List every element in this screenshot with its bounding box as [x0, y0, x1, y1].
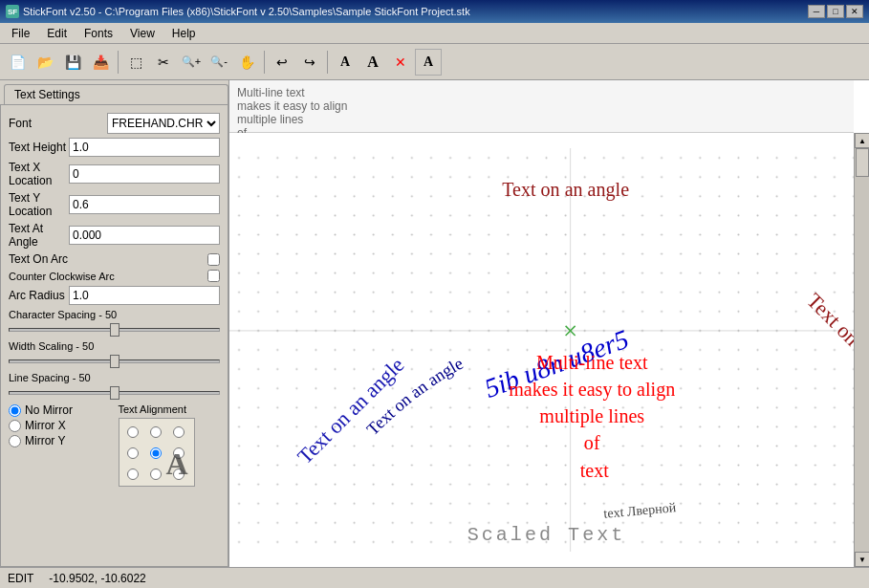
- window-controls: ─ □ ✕: [808, 5, 863, 18]
- zoom-in-button[interactable]: 🔍+: [178, 49, 205, 76]
- text-height-row: Text Height: [9, 138, 220, 157]
- align-tr-radio[interactable]: [173, 426, 185, 438]
- svg-rect-1: [229, 148, 854, 552]
- panel-content: Font FREEHAND.CHR Text Height Text X Loc…: [0, 104, 228, 567]
- text-angle-top: Text on an angle: [502, 179, 629, 201]
- vertical-scrollbar[interactable]: ▲ ▼: [854, 133, 869, 567]
- toolbar: 📄 📂 💾 📥 ⬚ ✂ 🔍+ 🔍- ✋ ↩ ↪ A A ✕ A: [0, 44, 869, 80]
- no-mirror-label: No Mirror: [25, 403, 73, 417]
- alignment-box: A: [119, 418, 195, 487]
- redo-button[interactable]: ↪: [296, 49, 323, 76]
- align-mc-radio[interactable]: [150, 447, 162, 459]
- scroll-up-button[interactable]: ▲: [855, 133, 869, 148]
- status-bar: EDIT -10.9502, -10.6022: [0, 567, 869, 588]
- scroll-thumb[interactable]: [856, 148, 869, 177]
- text-angle-label: Text At Angle: [9, 222, 69, 249]
- status-mode: EDIT: [8, 572, 33, 585]
- text-x-row: Text X Location: [9, 161, 220, 187]
- mirror-y-row: Mirror Y: [9, 434, 111, 447]
- menu-edit[interactable]: Edit: [39, 25, 75, 42]
- line-spacing-container: Line Spacing - 50: [9, 372, 220, 398]
- menu-help[interactable]: Help: [164, 25, 204, 42]
- char-spacing-label: Character Spacing - 50: [9, 309, 220, 320]
- align-ml-radio[interactable]: [127, 447, 139, 459]
- preview-line-1: Multi-line text: [237, 86, 846, 99]
- no-mirror-radio[interactable]: [9, 404, 21, 417]
- arc-radius-row: Arc Radius: [9, 286, 220, 305]
- arc-radius-input[interactable]: [69, 286, 220, 305]
- scroll-down-button[interactable]: ▼: [855, 552, 869, 567]
- font-select[interactable]: FREEHAND.CHR: [107, 113, 220, 134]
- select-button[interactable]: ⬚: [122, 49, 149, 76]
- font-row: Font FREEHAND.CHR: [9, 113, 220, 134]
- menu-file[interactable]: File: [4, 25, 37, 42]
- menu-view[interactable]: View: [122, 25, 163, 42]
- canvas-viewport[interactable]: Text on an angle Text on an angle Text o…: [229, 133, 854, 567]
- mirror-y-radio[interactable]: [9, 435, 21, 447]
- main-layout: Text Settings Font FREEHAND.CHR Text Hei…: [0, 80, 869, 567]
- text-box-button[interactable]: A: [415, 49, 442, 76]
- scaled-text: Scaled Text: [467, 524, 626, 546]
- delete-text-button[interactable]: ✕: [387, 49, 414, 76]
- text-large-button[interactable]: A: [359, 49, 386, 76]
- alignment-letter: A: [165, 446, 187, 482]
- text-on-arc-label: Text On Arc: [9, 252, 114, 266]
- undo-button[interactable]: ↩: [269, 49, 295, 76]
- text-y-input[interactable]: [69, 195, 220, 214]
- line-spacing-slider[interactable]: [9, 391, 220, 395]
- zoom-out-button[interactable]: 🔍-: [206, 49, 232, 76]
- title-bar: SF StickFont v2.50 - C:\Program Files (x…: [0, 0, 869, 23]
- minimize-button[interactable]: ─: [808, 5, 825, 18]
- text-normal-button[interactable]: A: [332, 49, 358, 76]
- alignment-label: Text Alignment: [119, 403, 221, 415]
- align-bc-radio[interactable]: [150, 468, 162, 480]
- text-y-label: Text Y Location: [9, 191, 69, 218]
- char-spacing-slider[interactable]: [9, 328, 220, 332]
- menu-bar: File Edit Fonts View Help: [0, 23, 869, 44]
- save-button[interactable]: 💾: [59, 49, 86, 76]
- scroll-track[interactable]: [855, 148, 869, 552]
- left-panel: Text Settings Font FREEHAND.CHR Text Hei…: [0, 80, 229, 567]
- status-coordinates: -10.9502, -10.6022: [49, 572, 145, 585]
- preview-line-2: makes it easy to align: [237, 99, 846, 113]
- window-title: StickFont v2.50 - C:\Program Files (x86)…: [23, 6, 470, 17]
- counter-clockwise-checkbox[interactable]: [207, 270, 220, 282]
- text-height-label: Text Height: [9, 141, 69, 154]
- counter-clockwise-row: Counter Clockwise Arc: [9, 270, 220, 282]
- preview-line-3: multiple lines: [237, 113, 846, 126]
- text-angle-row: Text At Angle: [9, 222, 220, 249]
- mirror-section: No Mirror Mirror X Mirror Y: [9, 403, 111, 487]
- text-angle-input[interactable]: [69, 226, 220, 245]
- pan-button[interactable]: ✋: [233, 49, 260, 76]
- text-x-label: Text X Location: [9, 161, 69, 187]
- new-button[interactable]: 📄: [4, 49, 31, 76]
- line-spacing-label: Line Spacing - 50: [9, 372, 220, 383]
- save-as-button[interactable]: 📥: [87, 49, 114, 76]
- mirror-x-row: Mirror X: [9, 419, 111, 432]
- text-settings-tab[interactable]: Text Settings: [4, 84, 228, 104]
- canvas-area[interactable]: Multi-line text makes it easy to align m…: [229, 80, 869, 567]
- canvas-svg: Text on an angle Text on an angle Text o…: [229, 133, 854, 567]
- text-height-input[interactable]: [69, 138, 220, 157]
- cut-button[interactable]: ✂: [150, 49, 177, 76]
- font-label: Font: [9, 117, 107, 130]
- no-mirror-row: No Mirror: [9, 403, 111, 417]
- align-tc-radio[interactable]: [150, 426, 162, 438]
- app-icon: SF: [6, 5, 19, 18]
- align-bl-radio[interactable]: [127, 468, 139, 480]
- align-tl-radio[interactable]: [127, 426, 139, 438]
- text-on-arc-checkbox[interactable]: [207, 253, 220, 266]
- width-scaling-container: Width Scaling - 50: [9, 340, 220, 366]
- width-scaling-slider[interactable]: [9, 359, 220, 363]
- maximize-button[interactable]: □: [827, 5, 844, 18]
- text-on-arc-row: Text On Arc: [9, 252, 220, 266]
- open-button[interactable]: 📂: [32, 49, 58, 76]
- mirror-x-radio[interactable]: [9, 420, 21, 432]
- text-y-row: Text Y Location: [9, 191, 220, 218]
- text-x-input[interactable]: [69, 164, 220, 184]
- menu-fonts[interactable]: Fonts: [76, 25, 120, 42]
- mirror-y-label: Mirror Y: [25, 434, 65, 447]
- width-scaling-label: Width Scaling - 50: [9, 340, 220, 352]
- close-button[interactable]: ✕: [846, 5, 863, 18]
- mirror-x-label: Mirror X: [25, 419, 66, 432]
